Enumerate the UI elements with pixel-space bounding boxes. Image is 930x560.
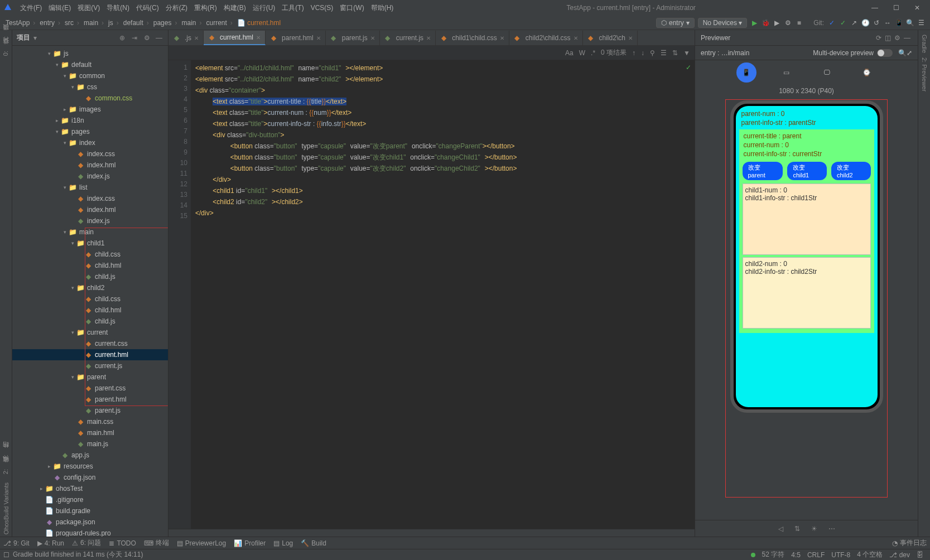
sort-icon[interactable]: ⇅	[672, 49, 678, 57]
rail-project[interactable]: 1: 项目	[2, 32, 10, 44]
filter-icon[interactable]: ⚲	[650, 49, 655, 57]
maximize-button[interactable]: ☐	[886, 2, 905, 13]
refresh-icon[interactable]: ⟳	[876, 34, 881, 42]
tree-folder[interactable]: ▾📁default	[12, 59, 168, 70]
close-tab-icon[interactable]: ✕	[628, 35, 633, 41]
indent[interactable]: 4 个空格	[857, 550, 883, 559]
device-phone-button[interactable]: 📱	[736, 62, 756, 83]
cursor-pos[interactable]: 4:5	[791, 551, 801, 559]
tree-folder[interactable]: ▾📁child1	[12, 238, 168, 249]
breadcrumb[interactable]: TestApp	[3, 19, 37, 27]
tree-file[interactable]: ◆child.hml	[12, 260, 168, 271]
breadcrumb[interactable]: src	[62, 19, 81, 27]
hide-icon[interactable]: —	[904, 34, 910, 42]
tree-file[interactable]: ◆index.css	[12, 193, 168, 204]
rail-commit[interactable]: 0: 提交	[2, 47, 10, 58]
breadcrumb[interactable]: main	[81, 19, 106, 27]
change-child2-button[interactable]: 改变child2	[831, 162, 871, 180]
bottom-log[interactable]: ▤ Log	[273, 539, 293, 547]
tree-folder[interactable]: ▸📁resources	[12, 461, 168, 472]
tree-file[interactable]: ◆index.hml	[12, 204, 168, 215]
stop-icon[interactable]: ■	[794, 18, 803, 27]
tree-file[interactable]: ◆config.json	[12, 472, 168, 483]
device-tv-button[interactable]: 🖵	[817, 62, 837, 83]
bottom-terminal[interactable]: ⌨ 终端	[144, 538, 169, 548]
menu-视图(V)[interactable]: 视图(V)	[74, 3, 103, 13]
tree-file[interactable]: ◆index.js	[12, 171, 168, 182]
prev-result-icon[interactable]: ↑	[632, 49, 635, 57]
encoding[interactable]: UTF-8	[831, 551, 850, 559]
search-icon[interactable]: 🔍	[905, 18, 914, 27]
editor-tab[interactable]: ◆current.js✕	[380, 31, 436, 45]
close-button[interactable]: ✕	[908, 2, 927, 13]
bottom-profiler[interactable]: 📊 Profiler	[234, 539, 266, 547]
editor-tab[interactable]: ◆.js✕	[168, 31, 204, 45]
change-parent-button[interactable]: 改变parent	[743, 162, 783, 180]
event-log[interactable]: ◔ 事件日志	[892, 538, 927, 548]
device-tablet-button[interactable]: ▭	[777, 62, 797, 83]
bottom-build[interactable]: 🔨 Build	[301, 539, 326, 547]
breadcrumb[interactable]: current	[204, 19, 234, 27]
tree-file[interactable]: ◆index.js	[12, 215, 168, 226]
tree-file[interactable]: ◆current.hml	[12, 349, 168, 360]
editor-tab[interactable]: ◆parent.js✕	[326, 31, 380, 45]
tree-file[interactable]: ◆app.js	[12, 450, 168, 461]
bottom-problems[interactable]: ⚠ 6: 问题	[72, 538, 101, 548]
locate-icon[interactable]: ⊕	[118, 34, 127, 42]
editor-tab[interactable]: ◆parent.hml✕	[266, 31, 326, 45]
breadcrumb[interactable]: pages	[151, 19, 180, 27]
next-result-icon[interactable]: ↓	[641, 49, 644, 57]
project-tree[interactable]: ▾📁js▾📁default▾📁common▾📁css◆common.css▸📁i…	[12, 46, 168, 537]
git-update-icon[interactable]: ✓	[827, 18, 836, 27]
menu-窗口(W)[interactable]: 窗口(W)	[336, 3, 367, 13]
tree-folder[interactable]: ▾📁main	[12, 226, 168, 238]
tree-file[interactable]: ◆child.js	[12, 316, 168, 327]
rail-gradle[interactable]: Gradle	[921, 32, 928, 55]
status-icon[interactable]: ☐	[3, 551, 9, 559]
tree-folder[interactable]: ▾📁parent	[12, 371, 168, 383]
tree-file[interactable]: ◆parent.css	[12, 383, 168, 394]
tree-folder[interactable]: ▸📁ohosTest	[12, 483, 168, 494]
minimize-button[interactable]: —	[865, 2, 884, 13]
tree-file[interactable]: ◆parent.js	[12, 405, 168, 416]
tree-file[interactable]: ◆main.js	[12, 438, 168, 450]
find-word-icon[interactable]: W	[579, 49, 585, 57]
tree-file[interactable]: ◆child.css	[12, 293, 168, 305]
tree-folder[interactable]: ▾📁child2	[12, 282, 168, 293]
gear-icon[interactable]: ⚙	[142, 34, 151, 42]
tree-file[interactable]: ◆index.hml	[12, 160, 168, 171]
tree-file[interactable]: ◆child.js	[12, 271, 168, 282]
tree-file[interactable]: ◆main.css	[12, 416, 168, 427]
menu-VCS(S)[interactable]: VCS(S)	[307, 3, 337, 13]
tree-file[interactable]: ◆main.hml	[12, 427, 168, 438]
breadcrumb[interactable]: 📄 current.hml	[235, 19, 283, 27]
close-tab-icon[interactable]: ✕	[574, 35, 578, 41]
tree-file[interactable]: ◆parent.hml	[12, 394, 168, 405]
breadcrumb[interactable]: default	[121, 19, 151, 27]
gear-icon[interactable]: ⚙	[894, 34, 900, 42]
menu-文件(F)[interactable]: 文件(F)	[17, 3, 45, 13]
more-filter-icon[interactable]: ☰	[661, 49, 667, 57]
menu-代码(C)[interactable]: 代码(C)	[133, 3, 162, 13]
menu-构建(B)[interactable]: 构建(B)	[220, 3, 249, 13]
editor-tab[interactable]: ◆current.hml✕	[204, 31, 266, 45]
run-config-dropdown[interactable]: ⬡ entry ▾	[656, 18, 695, 28]
tree-file[interactable]: ◆common.css	[12, 93, 168, 104]
code-editor[interactable]: 123456789101112131415 <element src="../c…	[168, 60, 695, 529]
menu-工具(T)[interactable]: 工具(T)	[278, 3, 307, 13]
tree-folder[interactable]: ▸📁images	[12, 104, 168, 115]
tree-folder[interactable]: ▸📁i18n	[12, 115, 168, 126]
debug-icon[interactable]: 🐞	[761, 18, 770, 27]
device-watch-button[interactable]: ⌚	[857, 62, 877, 83]
git-push-icon[interactable]: ↗	[850, 18, 859, 27]
tree-folder[interactable]: ▾📁index	[12, 137, 168, 148]
close-tab-icon[interactable]: ✕	[194, 35, 199, 41]
rail-favorite[interactable]: 2: 收藏	[2, 465, 10, 476]
zoom-icon[interactable]: 🔍	[898, 49, 907, 57]
tree-file[interactable]: ◆current.js	[12, 360, 168, 371]
breadcrumb[interactable]: entry	[37, 19, 62, 27]
close-tab-icon[interactable]: ✕	[256, 35, 261, 41]
git-rollback-icon[interactable]: ↺	[872, 18, 881, 27]
tree-folder[interactable]: ▾📁css	[12, 81, 168, 93]
tree-file[interactable]: 📄proguard-rules.pro	[12, 528, 168, 537]
